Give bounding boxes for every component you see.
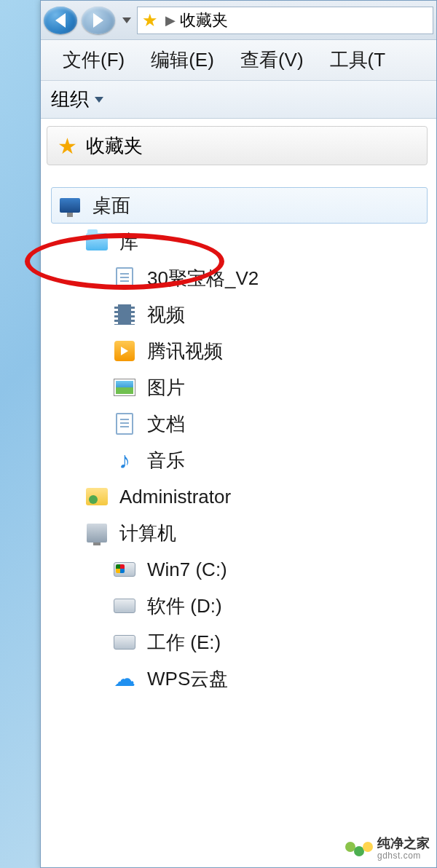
organize-label: 组织 [51,87,89,112]
document-icon [116,413,133,435]
star-icon: ★ [58,133,77,159]
menu-file[interactable]: 文件(F) [50,43,138,77]
tree-item[interactable]: 工作 (E:) [106,624,428,660]
tree-item[interactable]: ☁WPS云盘 [106,660,428,697]
computer-icon [87,524,107,542]
tree-item-label: 库 [119,229,138,255]
hdd-windows-icon [114,562,135,577]
library-folder-icon [86,233,108,250]
hdd-icon [114,635,135,650]
menu-tools[interactable]: 工具(T [317,43,399,77]
watermark-brand: 纯净之家 [377,837,430,851]
document-icon [116,267,133,289]
breadcrumb-location[interactable]: 收藏夹 [180,9,228,31]
watermark: 纯净之家 gdhst.com [345,837,430,861]
tree-item[interactable]: 30聚宝格_V2 [106,260,428,296]
tree-item[interactable]: 库 [79,224,428,260]
tree-item[interactable]: ♪音乐 [106,442,428,478]
tree-item-label: 腾讯视频 [147,339,223,364]
navigation-bar: ★ ▶ 收藏夹 [41,1,436,40]
tree-item[interactable]: 腾讯视频 [106,333,428,369]
tree-item-label: 桌面 [92,193,130,218]
chevron-down-icon [95,97,103,103]
hdd-icon [114,599,135,613]
cloud-icon: ☁ [114,668,135,690]
menu-bar: 文件(F) 编辑(E) 查看(V) 工具(T [41,40,436,81]
monitor-icon [60,198,80,213]
user-folder-icon [86,488,108,505]
music-icon: ♪ [119,449,130,472]
forward-button[interactable] [82,7,115,34]
tree-item-label: 软件 (D:) [147,593,222,619]
toolbar: 组织 [41,81,436,119]
tree-item-label: 视频 [147,302,185,328]
video-icon [114,304,135,325]
tree-item-label: Win7 (C:) [147,559,227,581]
organize-button[interactable]: 组织 [51,87,103,112]
sidebar-content: ★ 收藏夹 桌面库30聚宝格_V2视频腾讯视频图片文档♪音乐Administra… [41,119,436,704]
watermark-logo-icon [345,842,373,856]
tree-item-label: WPS云盘 [147,666,228,692]
tree-item-label: 工作 (E:) [147,630,221,655]
arrow-right-icon [93,13,103,28]
tree-item[interactable]: Win7 (C:) [106,551,428,588]
tree-item[interactable]: 桌面 [51,187,428,224]
tree-item-label: Administrator [119,486,231,508]
tree-item-label: 文档 [147,411,185,437]
tree-item[interactable]: Administrator [79,478,428,515]
tencent-video-icon [114,341,135,361]
tree-item[interactable]: 计算机 [79,515,428,551]
tree-item[interactable]: 文档 [106,406,428,442]
tree-item[interactable]: 视频 [106,296,428,333]
tree-item[interactable]: 图片 [106,369,428,406]
address-bar[interactable]: ★ ▶ 收藏夹 [137,7,433,34]
tree-item[interactable]: 软件 (D:) [106,588,428,624]
folder-tree: 桌面库30聚宝格_V2视频腾讯视频图片文档♪音乐Administrator计算机… [47,187,428,697]
back-button[interactable] [44,7,77,34]
favorites-label: 收藏夹 [86,133,143,159]
tree-item-label: 计算机 [119,521,176,546]
favorites-star-icon: ★ [142,10,158,31]
watermark-url: gdhst.com [377,851,421,861]
breadcrumb-separator-icon: ▶ [165,12,176,28]
history-dropdown-icon[interactable] [122,17,131,23]
menu-edit[interactable]: 编辑(E) [138,43,227,77]
explorer-window: ★ ▶ 收藏夹 文件(F) 编辑(E) 查看(V) 工具(T 组织 ★ 收藏夹 … [40,0,437,868]
arrow-left-icon [55,13,66,28]
menu-view[interactable]: 查看(V) [227,43,317,77]
pictures-icon [114,379,135,395]
tree-item-label: 30聚宝格_V2 [147,266,259,291]
favorites-header[interactable]: ★ 收藏夹 [47,126,428,165]
tree-item-label: 图片 [147,375,185,401]
tree-item-label: 音乐 [147,448,185,473]
